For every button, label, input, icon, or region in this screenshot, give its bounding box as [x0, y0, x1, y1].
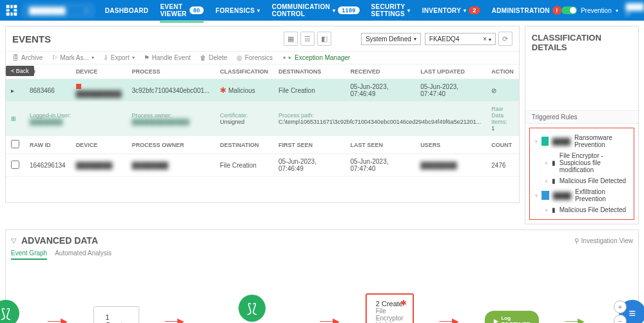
process-node-icon: ⟆⟅ [239, 295, 266, 322]
flag-icon: ⚐ [52, 54, 57, 61]
nav-event-viewer[interactable]: EVENT VIEWER80 [160, 0, 204, 23]
archive-button[interactable]: 🗄Archive [12, 54, 43, 61]
rule-item[interactable]: ▹▮Malicious File Detected [534, 175, 630, 186]
malicious-icon: ✱ [220, 86, 226, 95]
svg-rect-6 [10, 12, 12, 15]
refresh-icon[interactable]: ⟳ [498, 32, 512, 46]
arrow-icon: ──▶ [565, 316, 585, 323]
main-nav: DASHBOARD EVENT VIEWER80 FORENSICS▾ COMM… [105, 0, 561, 23]
file-icon: ▮ [552, 177, 556, 184]
row-checkbox[interactable] [11, 161, 19, 169]
mark-as-button[interactable]: ⚐Mark As...▾ [52, 54, 93, 61]
nav-dashboard[interactable]: DASHBOARD [105, 2, 149, 19]
tab-automated-analysis[interactable]: Automated Analysis [55, 250, 112, 260]
raw-data-row[interactable]: 1646296134 ████████ ████████ File Creati… [6, 154, 519, 177]
event-row[interactable]: ▸ 8683466 ██████████ 3c92bfc71004340ebc0… [6, 79, 519, 102]
export-icon: ⇩ [103, 54, 108, 61]
handle-event-button[interactable]: ⚑Handle Event [144, 54, 191, 61]
grid-icon[interactable]: ⊞ [11, 115, 16, 122]
tab-event-graph[interactable]: Event Graph [11, 250, 47, 260]
event-count-badge: 80 [190, 6, 204, 14]
prevention-toggle[interactable]: Prevention▾ [561, 6, 618, 14]
nav-forensics[interactable]: FORENSICS▾ [215, 2, 260, 19]
investigation-view-link[interactable]: ⚲Investigation View [574, 237, 633, 244]
comm-badge: 1189 [338, 6, 359, 14]
export-button[interactable]: ⇩Export▾ [103, 54, 135, 61]
block-action-icon: ⊘ [491, 87, 496, 94]
nav-security[interactable]: SECURITY SETTINGS▾ [371, 0, 411, 23]
arrow-icon: ──▶ [440, 316, 460, 323]
log-icon: ▶ [494, 318, 498, 323]
expand-arrow-icon[interactable]: ▸ [11, 87, 14, 94]
graph-node-process[interactable]: ⟆⟅ Process 3c92bfc71004340ebc00146ced294… [210, 295, 293, 324]
investigation-icon: ⚲ [574, 237, 579, 244]
tenant-selector[interactable]: ████████▾ [23, 5, 93, 17]
collapse-caret-icon[interactable]: ▽ [11, 237, 16, 245]
nav-administration[interactable]: ADMINISTRATION! [492, 1, 561, 20]
nav-inventory[interactable]: INVENTORY▾2 [422, 1, 480, 19]
advanced-title: ADVANCED DATA [21, 235, 98, 246]
archive-icon: 🗄 [12, 54, 19, 61]
user-menu[interactable]: ████ ▾ [626, 3, 644, 17]
rule-group[interactable]: ▿████Ransomware Prevention [534, 132, 630, 150]
svg-rect-2 [14, 5, 17, 8]
advanced-data-panel: ▽ ADVANCED DATA ⚲Investigation View Even… [5, 230, 639, 323]
filter-select[interactable]: FKAEDQ4× ▾ [425, 33, 496, 45]
fortinet-logo-icon [5, 3, 18, 18]
detail-view-icon[interactable]: ◧ [317, 32, 331, 46]
toggle-switch-icon[interactable] [561, 6, 577, 14]
trash-icon: 🗑 [200, 54, 206, 61]
admin-warn-icon: ! [552, 6, 561, 15]
severity-indicator-icon [76, 84, 81, 89]
grid-view-icon[interactable]: ▦ [284, 32, 298, 46]
process-node-icon: ⟆⟅ [0, 300, 19, 323]
zoom-controls: + − ⊡ [614, 300, 627, 323]
flag-solid-icon: ⚑ [144, 54, 150, 61]
graph-node-process[interactable]: ⟆⟅ Process explorer.exe [0, 300, 22, 323]
table-header-row: ID DEVICE PROCESS CLASSIFICATION DESTINA… [6, 64, 519, 79]
exception-manager-button[interactable]: ⚬⚬Exception Manager [282, 54, 350, 61]
graph-log-node[interactable]: ▶ LogFORTINET [485, 311, 539, 323]
back-button[interactable]: < Back [6, 66, 34, 76]
graph-edge-label[interactable]: 1 Create [93, 306, 139, 323]
svg-rect-4 [14, 9, 17, 11]
arrow-icon: ──▶ [320, 316, 340, 323]
events-toolbar: 🗄Archive ⚐Mark As...▾ ⇩Export▾ ⚑Handle E… [6, 52, 519, 64]
events-panel: EVENTS ▦ ☰ ◧ System Defined▾ FKAEDQ4× ▾ … [5, 26, 520, 203]
events-table: ID DEVICE PROCESS CLASSIFICATION DESTINA… [6, 64, 519, 177]
rule-item[interactable]: ▹▮File Encryptor - Suspicious file modif… [534, 150, 630, 175]
list-view-icon[interactable]: ☰ [300, 32, 315, 46]
inventory-badge: 2 [469, 6, 480, 14]
classification-title: CLASSIFICATION DETAILS [525, 26, 638, 59]
collapse-icon[interactable]: ▿ [535, 193, 538, 199]
svg-rect-0 [6, 5, 10, 8]
event-graph-canvas[interactable]: ⟆⟅ Process explorer.exe ──▶ 1 Create ──▶… [11, 273, 633, 323]
arrow-icon: ──▶ [48, 316, 68, 323]
raw-header-row: RAW ID DEVICE PROCESS OWNER DESTINATION … [6, 136, 519, 154]
forensics-button[interactable]: ◎Forensics [237, 54, 273, 61]
select-all-checkbox[interactable] [11, 140, 19, 148]
nav-comm-control[interactable]: COMMUNICATION CONTROL▾1189 [272, 0, 360, 23]
exception-icon: ⚬⚬ [282, 54, 292, 61]
graph-edge-malicious[interactable]: ✱ 2 Create File Encryptor Malicious File… [366, 293, 414, 324]
svg-rect-5 [6, 12, 10, 15]
delete-button[interactable]: 🗑Delete [200, 54, 228, 61]
rule-group[interactable]: ▿████Exfiltration Prevention [534, 186, 630, 204]
malicious-icon: ✱ [400, 299, 407, 308]
collapse-icon[interactable]: ▿ [535, 139, 538, 144]
svg-rect-7 [14, 12, 17, 15]
shield-blue-icon [542, 191, 549, 200]
top-navigation-bar: ████████▾ DASHBOARD EVENT VIEWER80 FOREN… [0, 0, 644, 21]
file-icon: ▮ [552, 159, 556, 166]
classification-panel: CLASSIFICATION DETAILS Triggered Rules ▿… [525, 26, 639, 224]
rule-item[interactable]: ▹▮Malicious File Detected [534, 204, 630, 215]
shield-green-icon [542, 137, 549, 146]
arrow-icon: ──▶ [165, 316, 185, 323]
event-detail-row: ⊞ Logged-in User:████████ Process owner:… [6, 102, 519, 136]
triggered-rules-header: Triggered Rules [525, 110, 638, 124]
zoom-in-button[interactable]: + [614, 300, 627, 313]
zoom-out-button[interactable]: − [614, 315, 627, 323]
svg-rect-3 [6, 9, 10, 11]
svg-rect-1 [10, 5, 12, 8]
scope-select[interactable]: System Defined▾ [361, 33, 421, 45]
